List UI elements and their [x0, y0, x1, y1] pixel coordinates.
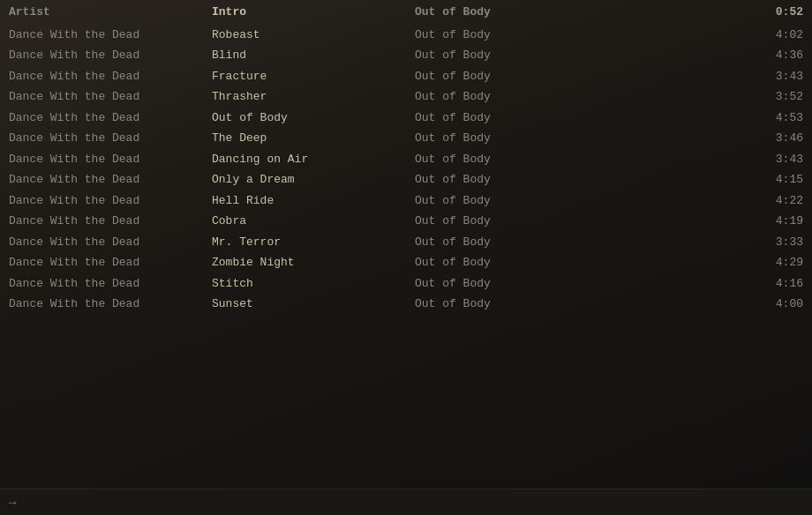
track-artist: Dance With the Dead	[9, 47, 212, 64]
table-row[interactable]: Dance With the DeadMr. TerrorOut of Body…	[0, 232, 812, 253]
track-title: Thrasher	[212, 88, 415, 106]
track-duration: 4:22	[618, 192, 803, 210]
track-title: Sunset	[212, 295, 415, 313]
track-duration: 3:43	[618, 151, 803, 168]
table-row[interactable]: Dance With the DeadFractureOut of Body3:…	[0, 66, 812, 87]
title-header: Intro	[212, 4, 415, 21]
track-duration: 4:29	[618, 254, 803, 272]
track-artist: Dance With the Dead	[9, 130, 212, 147]
track-album: Out of Body	[415, 109, 618, 127]
table-header: Artist Intro Out of Body 0:52	[0, 0, 812, 25]
track-title: Cobra	[212, 213, 415, 230]
track-duration: 4:02	[618, 26, 803, 44]
track-list: Artist Intro Out of Body 0:52 Dance With…	[0, 0, 812, 315]
track-duration: 3:33	[618, 234, 803, 251]
track-title: Out of Body	[212, 109, 415, 127]
table-row[interactable]: Dance With the DeadBlindOut of Body4:36	[0, 45, 812, 66]
track-album: Out of Body	[415, 234, 618, 251]
bottom-bar: →	[0, 489, 812, 515]
track-album: Out of Body	[415, 88, 618, 106]
track-album: Out of Body	[415, 68, 618, 86]
track-duration: 4:16	[618, 275, 803, 293]
track-artist: Dance With the Dead	[9, 295, 212, 313]
table-row[interactable]: Dance With the DeadOut of BodyOut of Bod…	[0, 108, 812, 129]
track-title: The Deep	[212, 130, 415, 147]
track-duration: 4:53	[618, 109, 803, 127]
track-album: Out of Body	[415, 295, 618, 313]
track-album: Out of Body	[415, 171, 618, 189]
artist-header: Artist	[9, 4, 212, 21]
track-artist: Dance With the Dead	[9, 151, 212, 168]
track-album: Out of Body	[415, 254, 618, 272]
track-album: Out of Body	[415, 192, 618, 210]
track-artist: Dance With the Dead	[9, 254, 212, 272]
track-title: Fracture	[212, 68, 415, 86]
track-title: Only a Dream	[212, 171, 415, 189]
table-row[interactable]: Dance With the DeadThrasherOut of Body3:…	[0, 86, 812, 108]
track-artist: Dance With the Dead	[9, 275, 212, 293]
track-artist: Dance With the Dead	[9, 109, 212, 127]
table-row[interactable]: Dance With the DeadCobraOut of Body4:19	[0, 211, 812, 232]
album-header: Out of Body	[415, 4, 618, 21]
table-row[interactable]: Dance With the DeadDancing on AirOut of …	[0, 149, 812, 170]
track-duration: 4:36	[618, 47, 803, 64]
track-artist: Dance With the Dead	[9, 192, 212, 210]
track-album: Out of Body	[415, 47, 618, 64]
track-duration: 4:15	[618, 171, 803, 189]
track-title: Blind	[212, 47, 415, 64]
duration-header: 0:52	[618, 4, 803, 21]
table-row[interactable]: Dance With the DeadOnly a DreamOut of Bo…	[0, 169, 812, 190]
track-album: Out of Body	[415, 213, 618, 230]
track-artist: Dance With the Dead	[9, 26, 212, 44]
track-duration: 4:19	[618, 213, 803, 230]
table-row[interactable]: Dance With the DeadZombie NightOut of Bo…	[0, 252, 812, 273]
track-artist: Dance With the Dead	[9, 68, 212, 86]
arrow-icon: →	[9, 496, 16, 510]
table-row[interactable]: Dance With the DeadRobeastOut of Body4:0…	[0, 25, 812, 46]
track-title: Stitch	[212, 275, 415, 293]
track-duration: 3:46	[618, 130, 803, 147]
track-album: Out of Body	[415, 275, 618, 293]
track-title: Zombie Night	[212, 254, 415, 272]
track-title: Dancing on Air	[212, 151, 415, 168]
track-album: Out of Body	[415, 130, 618, 147]
track-album: Out of Body	[415, 26, 618, 44]
track-title: Hell Ride	[212, 192, 415, 210]
table-row[interactable]: Dance With the DeadThe DeepOut of Body3:…	[0, 128, 812, 149]
table-row[interactable]: Dance With the DeadHell RideOut of Body4…	[0, 190, 812, 212]
track-artist: Dance With the Dead	[9, 213, 212, 230]
table-row[interactable]: Dance With the DeadStitchOut of Body4:16	[0, 273, 812, 295]
track-artist: Dance With the Dead	[9, 88, 212, 106]
track-duration: 3:52	[618, 88, 803, 106]
table-row[interactable]: Dance With the DeadSunsetOut of Body4:00	[0, 294, 812, 315]
track-duration: 4:00	[618, 295, 803, 313]
track-duration: 3:43	[618, 68, 803, 86]
track-artist: Dance With the Dead	[9, 171, 212, 189]
track-album: Out of Body	[415, 151, 618, 168]
track-artist: Dance With the Dead	[9, 234, 212, 251]
track-title: Mr. Terror	[212, 234, 415, 251]
track-title: Robeast	[212, 26, 415, 44]
